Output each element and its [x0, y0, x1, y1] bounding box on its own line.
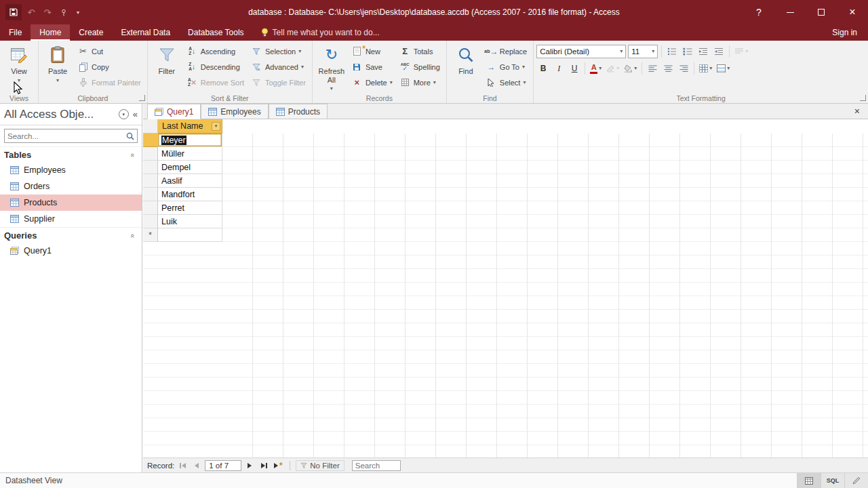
- collapse-group-icon[interactable]: «: [129, 233, 137, 237]
- find-button[interactable]: Find: [450, 42, 482, 76]
- record-search-input[interactable]: [352, 460, 401, 471]
- sidebar-item-employees[interactable]: Employees: [0, 162, 142, 178]
- row-selector[interactable]: [143, 215, 158, 228]
- close-document-button[interactable]: ×: [846, 106, 868, 117]
- column-header-last-name[interactable]: Last Name ▾: [158, 119, 222, 134]
- sql-view-button[interactable]: SQL: [821, 473, 844, 488]
- customize-qat-button[interactable]: ▾: [73, 5, 83, 19]
- last-name-cell[interactable]: Müller: [158, 147, 222, 161]
- dialog-launcher-icon[interactable]: [139, 95, 145, 101]
- nav-pane-menu-button[interactable]: ▾: [119, 109, 129, 119]
- sidebar-item-supplier[interactable]: Supplier: [0, 211, 142, 227]
- advanced-button[interactable]: Advanced▾: [248, 59, 309, 75]
- save-record-button[interactable]: Save: [348, 59, 396, 75]
- nav-group-queries[interactable]: Queries «: [0, 227, 142, 243]
- first-record-button[interactable]: [176, 460, 189, 471]
- text-direction-button[interactable]: ▾: [733, 45, 749, 58]
- tab-create[interactable]: Create: [70, 24, 112, 41]
- gridlines-button[interactable]: ▾: [698, 62, 713, 75]
- alternate-row-color-button[interactable]: ▾: [715, 62, 731, 75]
- align-center-button[interactable]: [661, 62, 675, 75]
- cut-button[interactable]: ✂Cut: [74, 43, 144, 59]
- tab-database-tools[interactable]: Database Tools: [179, 24, 253, 41]
- select-all-corner[interactable]: [143, 119, 158, 134]
- last-name-cell[interactable]: Luik: [158, 215, 222, 228]
- next-record-button[interactable]: [243, 460, 256, 471]
- filter-status-button[interactable]: No Filter: [296, 460, 344, 471]
- row-selector[interactable]: [143, 147, 158, 161]
- delete-record-button[interactable]: ×Delete▾: [348, 75, 396, 90]
- tab-home[interactable]: Home: [31, 24, 70, 41]
- collapse-group-icon[interactable]: «: [129, 152, 137, 157]
- tab-external-data[interactable]: External Data: [112, 24, 179, 41]
- ascending-button[interactable]: AZ↓Ascending: [183, 43, 248, 59]
- last-name-cell-empty[interactable]: [158, 228, 222, 242]
- background-color-button[interactable]: ▾: [623, 62, 638, 75]
- nav-group-tables[interactable]: Tables «: [0, 146, 142, 162]
- tab-file[interactable]: File: [0, 24, 31, 41]
- increase-indent-button[interactable]: [712, 45, 726, 58]
- row-selector[interactable]: [143, 201, 158, 215]
- doc-tab-query1[interactable]: Query1: [147, 104, 201, 119]
- decrease-indent-button[interactable]: [696, 45, 710, 58]
- datasheet-view-button[interactable]: [797, 473, 821, 488]
- sidebar-item-products[interactable]: Products: [0, 195, 142, 211]
- minimize-button[interactable]: [774, 0, 806, 24]
- font-name-combo[interactable]: Calibri (Detail)▾: [536, 45, 626, 58]
- sign-in-button[interactable]: Sign in: [821, 24, 868, 41]
- toggle-filter-button[interactable]: Toggle Filter: [248, 75, 309, 90]
- tell-me-box[interactable]: Tell me what you want to do...: [253, 24, 388, 41]
- sidebar-item-orders[interactable]: Orders: [0, 178, 142, 195]
- view-button[interactable]: View ▾: [3, 42, 35, 83]
- align-right-button[interactable]: [677, 62, 690, 75]
- last-record-button[interactable]: [258, 460, 270, 471]
- new-blank-record-button[interactable]: *: [272, 460, 284, 471]
- new-record-selector[interactable]: *: [143, 228, 158, 242]
- align-left-button[interactable]: [646, 62, 659, 75]
- font-color-button[interactable]: A▾: [589, 62, 603, 75]
- touch-mode-button[interactable]: [57, 5, 71, 19]
- sidebar-item-query1[interactable]: Query1: [0, 243, 142, 259]
- last-name-cell[interactable]: Perret: [158, 201, 222, 215]
- redo-button[interactable]: ↷: [41, 5, 54, 19]
- spelling-button[interactable]: ABC✓Spelling: [396, 59, 443, 75]
- last-name-cell[interactable]: Meyer: [158, 134, 222, 147]
- bullets-button[interactable]: [665, 45, 679, 58]
- record-position-box[interactable]: 1 of 7: [205, 460, 241, 471]
- paste-button[interactable]: Paste ▾: [41, 42, 74, 83]
- highlight-color-button[interactable]: ▾: [605, 62, 620, 75]
- doc-tab-products[interactable]: Products: [269, 104, 328, 119]
- doc-tab-employees[interactable]: Employees: [201, 104, 268, 119]
- row-selector[interactable]: [143, 188, 158, 201]
- row-selector[interactable]: [143, 161, 158, 174]
- go-to-button[interactable]: →Go To▾: [482, 59, 530, 75]
- last-name-cell[interactable]: Dempel: [158, 161, 222, 174]
- shutter-bar-close-button[interactable]: «: [133, 109, 138, 119]
- maximize-button[interactable]: [806, 0, 837, 24]
- select-button[interactable]: Select▾: [482, 75, 530, 90]
- refresh-all-button[interactable]: ↻ Refresh All ▾: [315, 42, 348, 92]
- italic-button[interactable]: I: [552, 62, 566, 75]
- undo-button[interactable]: ↶: [24, 5, 38, 19]
- row-selector[interactable]: [143, 134, 158, 147]
- last-name-cell[interactable]: Mandfort: [158, 188, 222, 201]
- column-filter-dropdown-icon[interactable]: ▾: [212, 122, 220, 131]
- help-button[interactable]: ?: [743, 0, 774, 24]
- underline-button[interactable]: U: [568, 62, 581, 75]
- descending-button[interactable]: ZA↓Descending: [183, 59, 248, 75]
- more-button[interactable]: More▾: [396, 75, 443, 90]
- bold-button[interactable]: B: [536, 62, 550, 75]
- numbering-button[interactable]: [681, 45, 694, 58]
- copy-button[interactable]: Copy: [74, 59, 144, 75]
- new-record-button[interactable]: *New: [348, 43, 396, 59]
- remove-sort-button[interactable]: AZ×Remove Sort: [183, 75, 248, 90]
- totals-button[interactable]: ΣTotals: [396, 43, 443, 59]
- row-selector[interactable]: [143, 174, 158, 188]
- last-name-cell[interactable]: Aaslif: [158, 174, 222, 188]
- filter-button[interactable]: Filter: [151, 42, 183, 76]
- font-size-combo[interactable]: 11▾: [628, 45, 658, 58]
- nav-search-input[interactable]: [7, 132, 123, 140]
- close-button[interactable]: ×: [837, 0, 868, 24]
- design-view-button[interactable]: [844, 473, 868, 488]
- dialog-launcher-icon[interactable]: [860, 95, 866, 101]
